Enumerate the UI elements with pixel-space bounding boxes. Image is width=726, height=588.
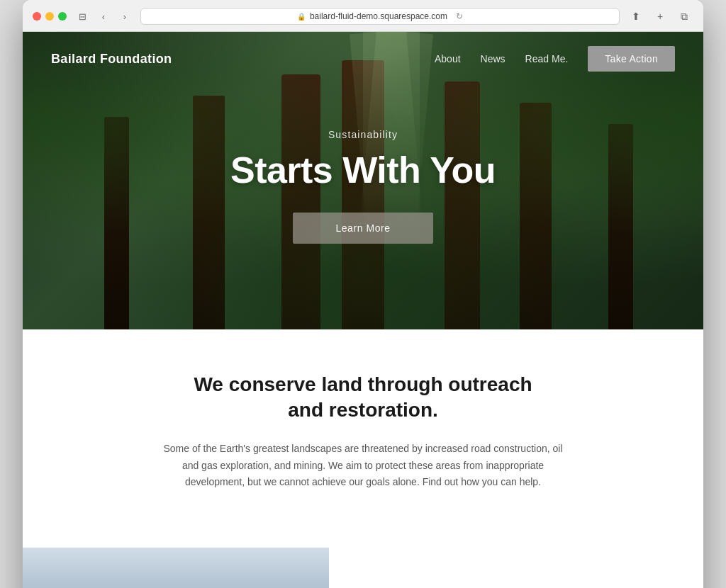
nav-about[interactable]: About: [435, 53, 461, 64]
browser-controls: ⊟ ‹ ›: [74, 8, 133, 25]
browser-window: ⊟ ‹ › 🔒 bailard-fluid-demo.squarespace.c…: [23, 0, 703, 588]
hero-section: Bailard Foundation About News Read Me. T…: [23, 32, 703, 329]
hero-title: Starts With You: [23, 149, 703, 191]
nav-news[interactable]: News: [481, 53, 506, 64]
back-button[interactable]: ‹: [95, 8, 112, 25]
content-body: Some of the Earth's greatest landscapes …: [157, 441, 569, 491]
share-button[interactable]: ⬆: [627, 7, 645, 26]
hero-subtitle: Sustainability: [23, 129, 703, 140]
traffic-lights: [33, 12, 67, 21]
content-section: We conserve land through outreach and re…: [23, 329, 703, 548]
forward-button[interactable]: ›: [116, 8, 133, 25]
sidebar-toggle[interactable]: ⊟: [74, 8, 91, 25]
content-heading: We conserve land through outreach and re…: [186, 372, 540, 424]
nav-cta-button[interactable]: Take Action: [588, 46, 675, 72]
address-bar[interactable]: 🔒 bailard-fluid-demo.squarespace.com ↻: [140, 8, 620, 25]
hero-learn-more-button[interactable]: Learn More: [293, 213, 432, 244]
tabs-button[interactable]: ⧉: [675, 7, 693, 26]
website-content: Bailard Foundation About News Read Me. T…: [23, 32, 703, 588]
lock-icon: 🔒: [297, 13, 306, 21]
nav-links: About News Read Me. Take Action: [435, 46, 675, 72]
new-tab-button[interactable]: +: [651, 7, 669, 26]
minimize-button[interactable]: [45, 12, 54, 21]
hero-content: Sustainability Starts With You Learn Mor…: [23, 129, 703, 244]
site-logo[interactable]: Bailard Foundation: [51, 52, 172, 67]
navbar: Bailard Foundation About News Read Me. T…: [23, 32, 703, 86]
nav-read-me[interactable]: Read Me.: [525, 53, 569, 64]
bottom-image-landscape: [23, 548, 329, 588]
bottom-image-section: ▧ Create A Site Like This Free trial. In…: [23, 548, 703, 588]
refresh-icon[interactable]: ↻: [456, 11, 463, 21]
url-text: bailard-fluid-demo.squarespace.com: [310, 11, 447, 21]
bottom-image-right: [329, 548, 703, 588]
browser-chrome: ⊟ ‹ › 🔒 bailard-fluid-demo.squarespace.c…: [23, 0, 703, 32]
maximize-button[interactable]: [58, 12, 67, 21]
close-button[interactable]: [33, 12, 41, 21]
browser-actions: ⬆ + ⧉: [627, 7, 693, 26]
